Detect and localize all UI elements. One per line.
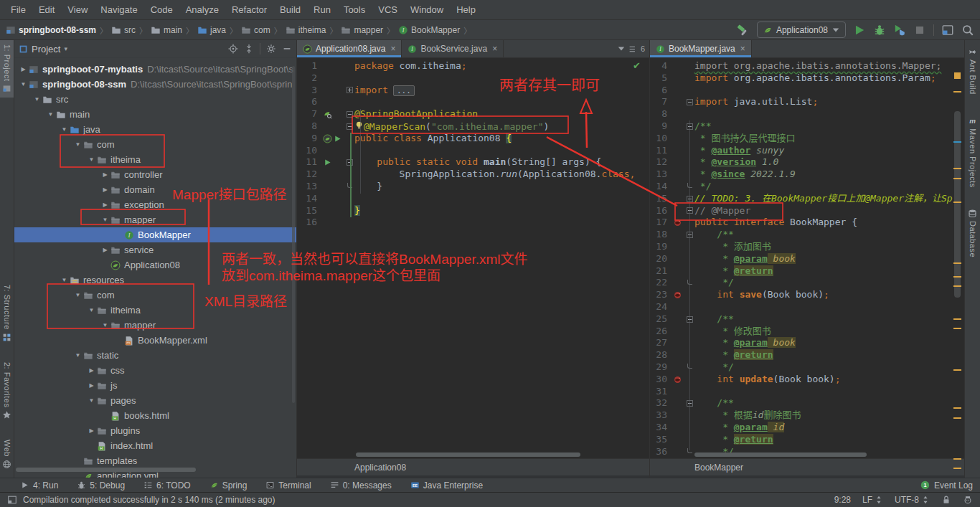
menu-vcs[interactable]: VCS (372, 2, 404, 17)
chevron-collapsed-icon[interactable]: ▶ (100, 186, 110, 193)
warning-tick[interactable] (953, 91, 961, 93)
warning-tick[interactable] (953, 318, 961, 320)
fold-marker[interactable] (344, 181, 354, 193)
inspections-ok-icon[interactable]: ✔ (633, 60, 641, 71)
chevron-expanded-icon[interactable]: ▼ (72, 352, 83, 359)
chevron-expanded-icon[interactable]: ▼ (72, 292, 83, 298)
toolwindow-button-4-run[interactable]: 4: Run (20, 480, 58, 491)
tree-item-controller[interactable]: ▶controller (14, 167, 296, 182)
warning-tick[interactable] (953, 168, 961, 169)
menu-refactor[interactable]: Refactor (225, 2, 273, 17)
chevron-collapsed-icon[interactable]: ▶ (86, 382, 97, 389)
toolwindow-button-6-todo[interactable]: 6: TODO (143, 480, 191, 491)
tool-button-database[interactable]: Database (965, 204, 980, 262)
tab-application08-java[interactable]: Application08.java× (297, 40, 402, 57)
chevron-down-icon[interactable]: ▾ (64, 45, 67, 52)
breadcrumb-item[interactable]: BookMapper (694, 463, 743, 473)
breadcrumb-itheima[interactable]: itheima (286, 25, 326, 35)
tree-item-js[interactable]: ▶js (14, 378, 296, 393)
stop-icon[interactable] (913, 24, 926, 37)
breadcrumb-main[interactable]: main (151, 25, 182, 35)
chevron-collapsed-icon[interactable]: ▶ (100, 202, 110, 208)
search-icon[interactable] (961, 24, 974, 37)
tab-bookservice-java[interactable]: IBookService.java× (402, 40, 504, 57)
mybatis-icon[interactable] (673, 218, 682, 227)
tree-item-static[interactable]: ▼static (14, 348, 296, 363)
project-tree-vscrollbar[interactable] (292, 66, 295, 403)
warning-tick[interactable] (953, 369, 961, 371)
springboot-icon[interactable] (323, 134, 332, 143)
info-tick[interactable] (953, 141, 961, 143)
breadcrumb-src[interactable]: src (111, 25, 136, 35)
fold-marker[interactable] (684, 96, 694, 108)
tree-item-service[interactable]: ▶service (14, 242, 296, 257)
tabs-list-icon[interactable] (628, 44, 638, 54)
horizontal-scrollbar[interactable] (356, 452, 580, 457)
toolwindow-button-0-messages[interactable]: 0: Messages (330, 480, 392, 491)
menu-help[interactable]: Help (450, 2, 482, 17)
hide-icon[interactable] (282, 44, 292, 54)
error-stripe[interactable] (953, 58, 963, 452)
chevron-expanded-icon[interactable]: ▼ (100, 217, 110, 223)
tree-item-resources[interactable]: ▼resources (14, 273, 296, 288)
tree-item-itheima[interactable]: ▼itheima (14, 152, 296, 167)
tree-item-plugins[interactable]: ▶plugins (14, 423, 296, 438)
fold-marker[interactable] (344, 120, 354, 133)
hector-icon[interactable] (963, 495, 973, 505)
lock-icon[interactable] (941, 495, 951, 505)
chevron-expanded-icon[interactable]: ▼ (100, 322, 110, 328)
bug-icon[interactable] (873, 24, 886, 37)
chevron-expanded-icon[interactable]: ▼ (18, 81, 29, 87)
tree-item-java[interactable]: ▼java (14, 122, 296, 137)
chevron-expanded-icon[interactable]: ▼ (59, 277, 70, 283)
chevron-expanded-icon[interactable]: ▼ (86, 397, 97, 404)
chevron-collapsed-icon[interactable]: ▶ (86, 367, 97, 374)
warning-tick[interactable] (953, 328, 961, 329)
warning-tick[interactable] (953, 417, 961, 419)
code-editor[interactable]: 1package com.itheima;23import...67@Sprin… (297, 58, 649, 455)
tree-item-pages[interactable]: ▼pages (14, 393, 296, 408)
menu-run[interactable]: Run (307, 2, 337, 17)
encoding-select[interactable]: UTF-8 (895, 495, 930, 505)
caret-position[interactable]: 9:28 (834, 495, 851, 505)
menu-navigate[interactable]: Navigate (94, 2, 143, 17)
chevron-collapsed-icon[interactable]: ▶ (100, 247, 110, 253)
tree-item-bookmapper-xml[interactable]: <>BookMapper.xml (14, 333, 296, 348)
tree-item-exception[interactable]: ▶exception (14, 197, 296, 212)
menu-file[interactable]: File (4, 2, 32, 17)
toolwindow-button-java-enterprise[interactable]: EEJava Enterprise (410, 480, 483, 491)
menu-code[interactable]: Code (144, 2, 179, 17)
warning-tick[interactable] (953, 407, 961, 409)
warning-tick[interactable] (953, 178, 961, 179)
close-icon[interactable]: × (390, 44, 395, 54)
settings-icon[interactable] (266, 44, 276, 54)
tree-item-springboot-07-mybatis[interactable]: ▶springboot-07-mybatisD:\itcast\Source\i… (14, 62, 296, 77)
fold-marker[interactable] (344, 108, 354, 120)
run-configuration-select[interactable]: Application08 (757, 22, 846, 38)
tree-item-com[interactable]: ▼com (14, 137, 296, 152)
toolwindow-button-5-debug[interactable]: 5: Debug (77, 480, 125, 491)
chevron-collapsed-icon[interactable]: ▶ (100, 171, 110, 178)
line-ending-select[interactable]: LF (862, 495, 883, 505)
code-editor[interactable]: 4import org.apache.ibatis.annotations.Ma… (650, 58, 964, 455)
tool-button-ant-build[interactable]: Ant Build (965, 43, 980, 99)
lightbulb-icon[interactable] (354, 120, 364, 130)
panel-toggle-icon[interactable] (7, 495, 17, 505)
chevron-expanded-icon[interactable]: ▼ (86, 307, 97, 313)
mybatis-icon[interactable] (673, 290, 682, 300)
breadcrumb-mapper[interactable]: mapper (341, 25, 383, 35)
spring-bean-icon[interactable] (323, 110, 332, 119)
breadcrumb-java[interactable]: java (197, 25, 226, 35)
menu-tools[interactable]: Tools (337, 2, 372, 17)
tool-button-web[interactable]: Web (0, 435, 14, 473)
breadcrumb-com[interactable]: com (241, 25, 270, 35)
tree-item-index-html[interactable]: Hindex.html (14, 438, 296, 453)
project-tree-hscrollbar[interactable] (16, 468, 196, 472)
locate-icon[interactable] (228, 44, 238, 54)
vertical-scrollbar[interactable] (954, 111, 961, 298)
tree-item-bookmapper[interactable]: IBookMapper (14, 227, 296, 242)
tree-item-domain[interactable]: ▶domain (14, 182, 296, 197)
toolwindow-button-terminal[interactable]: Terminal (265, 480, 311, 491)
chevron-collapsed-icon[interactable]: ▶ (86, 427, 97, 434)
chevron-expanded-icon[interactable]: ▼ (86, 156, 97, 163)
